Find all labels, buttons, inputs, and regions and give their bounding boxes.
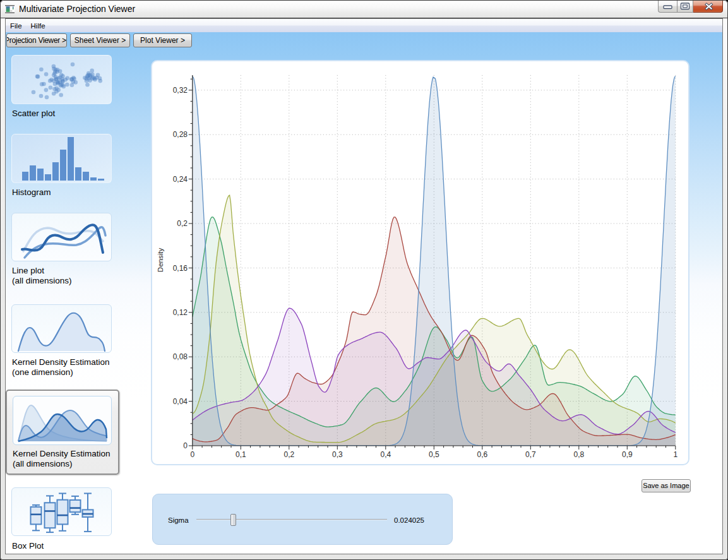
svg-text:0,04: 0,04 xyxy=(173,397,188,406)
svg-text:1: 1 xyxy=(673,450,677,459)
svg-text:0,1: 0,1 xyxy=(236,450,246,459)
svg-text:0,5: 0,5 xyxy=(429,450,439,459)
svg-text:0,16: 0,16 xyxy=(173,264,188,273)
svg-text:0,2: 0,2 xyxy=(283,450,294,459)
svg-text:Density: Density xyxy=(157,248,164,273)
svg-text:0,6: 0,6 xyxy=(477,450,487,459)
svg-text:0,8: 0,8 xyxy=(573,450,584,459)
svg-text:0,9: 0,9 xyxy=(622,450,633,459)
svg-text:0,3: 0,3 xyxy=(332,450,343,459)
svg-text:0,32: 0,32 xyxy=(173,86,188,95)
svg-text:0,4: 0,4 xyxy=(380,450,391,459)
svg-text:0: 0 xyxy=(190,450,194,459)
svg-text:0,08: 0,08 xyxy=(173,352,188,361)
svg-text:0,2: 0,2 xyxy=(177,219,188,228)
svg-text:0,28: 0,28 xyxy=(173,130,188,139)
svg-text:0,12: 0,12 xyxy=(173,308,188,317)
svg-text:0,7: 0,7 xyxy=(525,450,536,459)
svg-text:0: 0 xyxy=(183,441,188,450)
svg-text:0,24: 0,24 xyxy=(173,175,188,184)
